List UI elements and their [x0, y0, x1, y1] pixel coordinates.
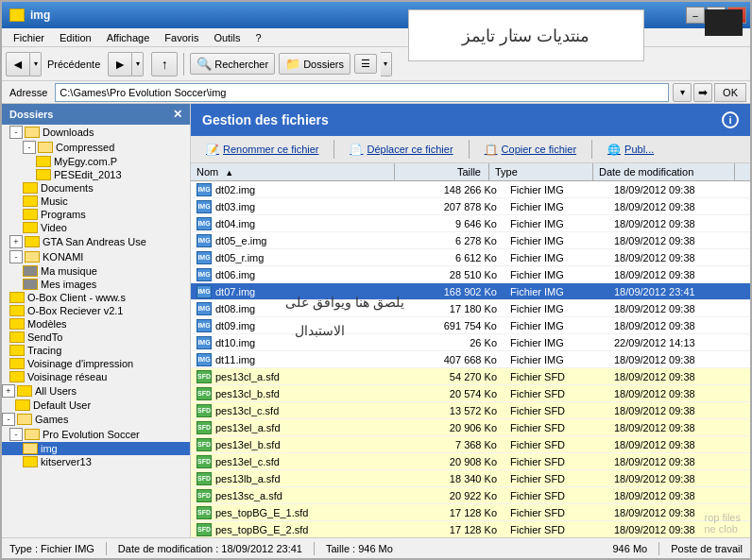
- table-row[interactable]: SFD pes_topBG_E_2.sfd 17 128 Ko Fichier …: [191, 521, 750, 537]
- menu-favoris[interactable]: Favoris: [157, 30, 206, 45]
- sidebar-item-compressed[interactable]: - Compressed: [2, 140, 190, 155]
- sidebar-item-kitserver[interactable]: kitserver13: [2, 455, 190, 468]
- status-date: Date de modification : 18/09/2012 23:41: [118, 543, 302, 554]
- expand-allusers[interactable]: +: [2, 384, 15, 398]
- up-button[interactable]: ↑: [151, 52, 178, 76]
- gestion-info-button[interactable]: i: [722, 111, 739, 128]
- sidebar-item-documents[interactable]: Documents: [2, 181, 190, 195]
- sidebar-item-music[interactable]: Music: [2, 195, 190, 208]
- sidebar-item-modeles[interactable]: Modèles: [2, 317, 190, 331]
- sidebar-item-pesedit[interactable]: PESEdit_2013: [2, 168, 190, 181]
- table-row[interactable]: IMG dt07.img 168 902 Ko Fichier IMG 18/0…: [191, 283, 750, 300]
- menu-edition[interactable]: Edition: [52, 30, 99, 45]
- file-name: dt05_r.img: [215, 252, 264, 263]
- table-row[interactable]: IMG dt09.img 691 754 Ko Fichier IMG 18/0…: [191, 317, 750, 334]
- menu-fichier[interactable]: Fichier: [6, 30, 52, 45]
- view-dropdown[interactable]: ▾: [381, 52, 392, 76]
- back-dropdown[interactable]: ▾: [30, 52, 42, 76]
- table-row[interactable]: SFD pes13cl_a.sfd 54 270 Ko Fichier SFD …: [191, 368, 750, 385]
- col-header-date[interactable]: Date de modification: [593, 163, 735, 180]
- address-input[interactable]: [55, 83, 669, 102]
- expand-pes[interactable]: -: [9, 428, 23, 441]
- sidebar-item-sendto[interactable]: SendTo: [2, 331, 190, 344]
- table-row[interactable]: SFD pes13sc_a.sfd 20 922 Ko Fichier SFD …: [191, 487, 750, 504]
- table-row[interactable]: IMG dt06.img 28 510 Ko Fichier IMG 18/09…: [191, 266, 750, 283]
- menu-affichage[interactable]: Affichage: [99, 30, 158, 45]
- table-row[interactable]: SFD pes13el_a.sfd 20 906 Ko Fichier SFD …: [191, 419, 750, 436]
- sidebar-close[interactable]: ✕: [173, 108, 182, 121]
- sidebar-item-oboxclient[interactable]: O-Box Client - www.s: [2, 291, 190, 304]
- sidebar-item-mamusique[interactable]: Ma musique: [2, 264, 190, 278]
- publish-button[interactable]: 🌐 Publ...: [600, 141, 661, 159]
- table-row[interactable]: SFD pes13cl_b.sfd 20 574 Ko Fichier SFD …: [191, 385, 750, 402]
- forward-button[interactable]: ►: [108, 52, 132, 76]
- table-row[interactable]: IMG dt02.img 148 266 Ko Fichier IMG 18/0…: [191, 181, 750, 198]
- table-row[interactable]: SFD pes13lb_a.sfd 18 340 Ko Fichier SFD …: [191, 470, 750, 487]
- table-row[interactable]: IMG dt08.img 17 180 Ko Fichier IMG 18/09…: [191, 300, 750, 317]
- search-button[interactable]: 🔍 Rechercher: [190, 53, 275, 75]
- sidebar-item-voisinage-impression[interactable]: Voisinage d'impression: [2, 357, 190, 370]
- copy-label: Copier ce fichier: [502, 144, 576, 155]
- address-go-button[interactable]: OK: [714, 83, 746, 102]
- menu-help[interactable]: ?: [248, 30, 269, 45]
- file-size: 6 612 Ko: [410, 251, 504, 264]
- table-row[interactable]: IMG dt03.img 207 878 Ko Fichier IMG 18/0…: [191, 198, 750, 215]
- col-header-name[interactable]: Nom ▲: [191, 163, 395, 180]
- sidebar-item-pes[interactable]: - Pro Evolution Soccer: [2, 427, 190, 442]
- col-header-type[interactable]: Type: [489, 163, 593, 180]
- camera-icon: [705, 9, 743, 36]
- table-row[interactable]: SFD pes13el_c.sfd 20 908 Ko Fichier SFD …: [191, 453, 750, 470]
- address-dropdown[interactable]: ▾: [673, 83, 692, 102]
- sidebar-item-oboxreceiver[interactable]: O-Box Reciever v2.1: [2, 304, 190, 317]
- file-type: Fichier IMG: [504, 234, 608, 247]
- sidebar-item-defaultuser[interactable]: Default User: [2, 399, 190, 412]
- sidebar-item-mesimages[interactable]: Mes images: [2, 278, 190, 291]
- file-list[interactable]: IMG dt02.img 148 266 Ko Fichier IMG 18/0…: [191, 181, 750, 537]
- move-button[interactable]: 📄 Déplacer ce fichier: [342, 141, 460, 159]
- action-sep-2: [469, 140, 470, 159]
- watermark-text: منتديات ستار تايمز: [462, 25, 590, 46]
- view-button[interactable]: ☰: [354, 54, 377, 74]
- folders-button[interactable]: 📁 Dossiers: [279, 53, 350, 75]
- sidebar-item-video[interactable]: Video: [2, 221, 190, 234]
- expand-compressed[interactable]: -: [23, 141, 36, 154]
- expand-konami[interactable]: -: [9, 250, 23, 263]
- folder-icon-games: [17, 414, 32, 425]
- sidebar-item-downloads[interactable]: - Downloads: [2, 125, 190, 140]
- table-row[interactable]: SFD pes_topBG_E_1.sfd 17 128 Ko Fichier …: [191, 504, 750, 521]
- file-name: dt09.img: [215, 320, 255, 331]
- status-type: Type : Fichier IMG: [9, 543, 94, 554]
- sidebar-label-defaultuser: Default User: [33, 399, 91, 411]
- sidebar-item-programs[interactable]: Programs: [2, 208, 190, 221]
- back-button[interactable]: ◄: [6, 52, 30, 76]
- sidebar-item-konami[interactable]: - KONAMI: [2, 249, 190, 264]
- sidebar-item-allusers[interactable]: + All Users: [2, 383, 190, 399]
- expand-gta[interactable]: +: [9, 235, 23, 248]
- sidebar-item-tracing[interactable]: Tracing: [2, 344, 190, 357]
- minimize-button[interactable]: –: [686, 7, 705, 24]
- address-go-arrow[interactable]: ➡: [693, 83, 712, 102]
- col-header-size[interactable]: Taille: [395, 163, 489, 180]
- file-icon: IMG: [197, 285, 212, 298]
- file-icon: SFD: [197, 455, 212, 468]
- sidebar-item-games[interactable]: - Games: [2, 412, 190, 427]
- table-row[interactable]: SFD pes13el_b.sfd 7 368 Ko Fichier SFD 1…: [191, 436, 750, 453]
- expand-games[interactable]: -: [2, 413, 15, 426]
- table-row[interactable]: SFD pes13cl_c.sfd 13 572 Ko Fichier SFD …: [191, 402, 750, 419]
- sidebar-label-modeles: Modèles: [27, 318, 67, 330]
- expand-downloads[interactable]: -: [9, 126, 23, 139]
- table-row[interactable]: IMG dt10.img 26 Ko Fichier IMG 22/09/201…: [191, 334, 750, 351]
- sidebar-item-gta[interactable]: + GTA San Andreas Use: [2, 234, 190, 249]
- rename-button[interactable]: 📝 Renommer ce fichier: [198, 141, 326, 159]
- table-row[interactable]: IMG dt04.img 9 646 Ko Fichier IMG 18/09/…: [191, 215, 750, 232]
- sidebar-item-img[interactable]: img: [2, 442, 190, 455]
- forward-dropdown[interactable]: ▾: [132, 52, 144, 76]
- sidebar-item-myegy[interactable]: MyEgy.com.P: [2, 155, 190, 168]
- file-icon: SFD: [197, 421, 212, 434]
- sidebar-item-voisinage-reseau[interactable]: Voisinage réseau: [2, 370, 190, 383]
- table-row[interactable]: IMG dt05_e.img 6 278 Ko Fichier IMG 18/0…: [191, 232, 750, 249]
- table-row[interactable]: IMG dt05_r.img 6 612 Ko Fichier IMG 18/0…: [191, 249, 750, 266]
- table-row[interactable]: IMG dt11.img 407 668 Ko Fichier IMG 18/0…: [191, 351, 750, 368]
- copy-button[interactable]: 📋 Copier ce fichier: [477, 141, 584, 159]
- menu-outils[interactable]: Outils: [206, 30, 248, 45]
